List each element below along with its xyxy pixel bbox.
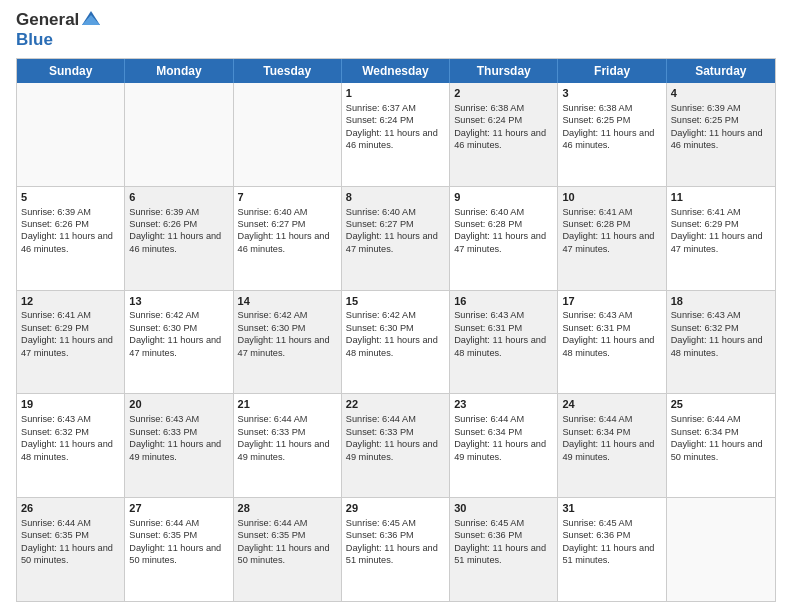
weekday-header-friday: Friday	[558, 59, 666, 83]
day-number: 20	[129, 397, 228, 412]
day-number: 18	[671, 294, 771, 309]
day-info: Sunset: 6:34 PM	[671, 426, 771, 438]
day-info: Sunset: 6:26 PM	[21, 218, 120, 230]
day-info: Daylight: 11 hours and 47 minutes.	[129, 334, 228, 359]
calendar-week-3: 12Sunrise: 6:41 AMSunset: 6:29 PMDayligh…	[17, 290, 775, 394]
day-info: Sunrise: 6:39 AM	[671, 102, 771, 114]
day-info: Sunset: 6:30 PM	[346, 322, 445, 334]
day-info: Sunset: 6:29 PM	[671, 218, 771, 230]
day-info: Sunrise: 6:44 AM	[129, 517, 228, 529]
day-info: Sunrise: 6:42 AM	[346, 309, 445, 321]
day-number: 15	[346, 294, 445, 309]
day-info: Sunset: 6:35 PM	[21, 529, 120, 541]
day-number: 26	[21, 501, 120, 516]
weekday-header-tuesday: Tuesday	[234, 59, 342, 83]
day-number: 16	[454, 294, 553, 309]
day-info: Sunrise: 6:38 AM	[562, 102, 661, 114]
day-info: Daylight: 11 hours and 46 minutes.	[454, 127, 553, 152]
calendar-day-15: 15Sunrise: 6:42 AMSunset: 6:30 PMDayligh…	[342, 291, 450, 394]
day-info: Sunset: 6:25 PM	[562, 114, 661, 126]
day-info: Daylight: 11 hours and 47 minutes.	[238, 334, 337, 359]
day-info: Sunset: 6:36 PM	[562, 529, 661, 541]
day-info: Daylight: 11 hours and 49 minutes.	[129, 438, 228, 463]
day-info: Daylight: 11 hours and 50 minutes.	[238, 542, 337, 567]
day-info: Daylight: 11 hours and 49 minutes.	[238, 438, 337, 463]
day-info: Sunset: 6:30 PM	[238, 322, 337, 334]
day-info: Sunrise: 6:44 AM	[346, 413, 445, 425]
day-number: 10	[562, 190, 661, 205]
calendar-day-29: 29Sunrise: 6:45 AMSunset: 6:36 PMDayligh…	[342, 498, 450, 601]
day-info: Sunset: 6:36 PM	[346, 529, 445, 541]
day-info: Sunrise: 6:39 AM	[129, 206, 228, 218]
day-number: 25	[671, 397, 771, 412]
day-info: Daylight: 11 hours and 51 minutes.	[346, 542, 445, 567]
calendar-day-24: 24Sunrise: 6:44 AMSunset: 6:34 PMDayligh…	[558, 394, 666, 497]
day-info: Daylight: 11 hours and 46 minutes.	[562, 127, 661, 152]
day-number: 5	[21, 190, 120, 205]
calendar-day-empty	[667, 498, 775, 601]
day-info: Sunrise: 6:41 AM	[562, 206, 661, 218]
calendar: SundayMondayTuesdayWednesdayThursdayFrid…	[16, 58, 776, 602]
calendar-day-21: 21Sunrise: 6:44 AMSunset: 6:33 PMDayligh…	[234, 394, 342, 497]
calendar-day-2: 2Sunrise: 6:38 AMSunset: 6:24 PMDaylight…	[450, 83, 558, 186]
day-info: Sunset: 6:35 PM	[238, 529, 337, 541]
day-info: Daylight: 11 hours and 48 minutes.	[454, 334, 553, 359]
day-info: Sunrise: 6:43 AM	[454, 309, 553, 321]
day-info: Daylight: 11 hours and 50 minutes.	[129, 542, 228, 567]
day-info: Daylight: 11 hours and 46 minutes.	[21, 230, 120, 255]
day-info: Sunrise: 6:45 AM	[346, 517, 445, 529]
day-info: Daylight: 11 hours and 46 minutes.	[129, 230, 228, 255]
day-number: 6	[129, 190, 228, 205]
day-info: Daylight: 11 hours and 47 minutes.	[21, 334, 120, 359]
calendar-day-empty	[234, 83, 342, 186]
day-info: Sunset: 6:34 PM	[562, 426, 661, 438]
calendar-day-11: 11Sunrise: 6:41 AMSunset: 6:29 PMDayligh…	[667, 187, 775, 290]
day-info: Daylight: 11 hours and 48 minutes.	[21, 438, 120, 463]
logo: General Blue	[16, 10, 102, 50]
day-number: 22	[346, 397, 445, 412]
calendar-day-19: 19Sunrise: 6:43 AMSunset: 6:32 PMDayligh…	[17, 394, 125, 497]
header: General Blue	[16, 10, 776, 50]
day-number: 27	[129, 501, 228, 516]
day-info: Sunset: 6:29 PM	[21, 322, 120, 334]
day-info: Sunrise: 6:44 AM	[238, 413, 337, 425]
day-info: Daylight: 11 hours and 49 minutes.	[346, 438, 445, 463]
calendar-day-9: 9Sunrise: 6:40 AMSunset: 6:28 PMDaylight…	[450, 187, 558, 290]
day-info: Sunset: 6:28 PM	[454, 218, 553, 230]
day-info: Sunset: 6:31 PM	[454, 322, 553, 334]
day-info: Sunrise: 6:41 AM	[671, 206, 771, 218]
day-info: Sunset: 6:35 PM	[129, 529, 228, 541]
day-info: Sunrise: 6:44 AM	[671, 413, 771, 425]
day-number: 23	[454, 397, 553, 412]
day-info: Sunrise: 6:42 AM	[129, 309, 228, 321]
calendar-day-6: 6Sunrise: 6:39 AMSunset: 6:26 PMDaylight…	[125, 187, 233, 290]
weekday-header-wednesday: Wednesday	[342, 59, 450, 83]
day-info: Sunrise: 6:41 AM	[21, 309, 120, 321]
calendar-day-7: 7Sunrise: 6:40 AMSunset: 6:27 PMDaylight…	[234, 187, 342, 290]
day-info: Sunset: 6:24 PM	[454, 114, 553, 126]
day-info: Sunrise: 6:45 AM	[454, 517, 553, 529]
calendar-day-25: 25Sunrise: 6:44 AMSunset: 6:34 PMDayligh…	[667, 394, 775, 497]
calendar-day-23: 23Sunrise: 6:44 AMSunset: 6:34 PMDayligh…	[450, 394, 558, 497]
day-info: Sunrise: 6:44 AM	[238, 517, 337, 529]
day-info: Daylight: 11 hours and 51 minutes.	[562, 542, 661, 567]
day-info: Sunrise: 6:39 AM	[21, 206, 120, 218]
calendar-day-26: 26Sunrise: 6:44 AMSunset: 6:35 PMDayligh…	[17, 498, 125, 601]
day-number: 14	[238, 294, 337, 309]
day-info: Sunrise: 6:37 AM	[346, 102, 445, 114]
day-number: 17	[562, 294, 661, 309]
day-info: Sunset: 6:27 PM	[238, 218, 337, 230]
day-info: Daylight: 11 hours and 46 minutes.	[238, 230, 337, 255]
day-info: Daylight: 11 hours and 47 minutes.	[671, 230, 771, 255]
calendar-day-28: 28Sunrise: 6:44 AMSunset: 6:35 PMDayligh…	[234, 498, 342, 601]
calendar-day-20: 20Sunrise: 6:43 AMSunset: 6:33 PMDayligh…	[125, 394, 233, 497]
day-number: 24	[562, 397, 661, 412]
calendar-day-17: 17Sunrise: 6:43 AMSunset: 6:31 PMDayligh…	[558, 291, 666, 394]
day-number: 4	[671, 86, 771, 101]
calendar-day-14: 14Sunrise: 6:42 AMSunset: 6:30 PMDayligh…	[234, 291, 342, 394]
day-info: Sunrise: 6:40 AM	[454, 206, 553, 218]
day-info: Daylight: 11 hours and 51 minutes.	[454, 542, 553, 567]
calendar-day-12: 12Sunrise: 6:41 AMSunset: 6:29 PMDayligh…	[17, 291, 125, 394]
calendar-day-4: 4Sunrise: 6:39 AMSunset: 6:25 PMDaylight…	[667, 83, 775, 186]
calendar-day-31: 31Sunrise: 6:45 AMSunset: 6:36 PMDayligh…	[558, 498, 666, 601]
